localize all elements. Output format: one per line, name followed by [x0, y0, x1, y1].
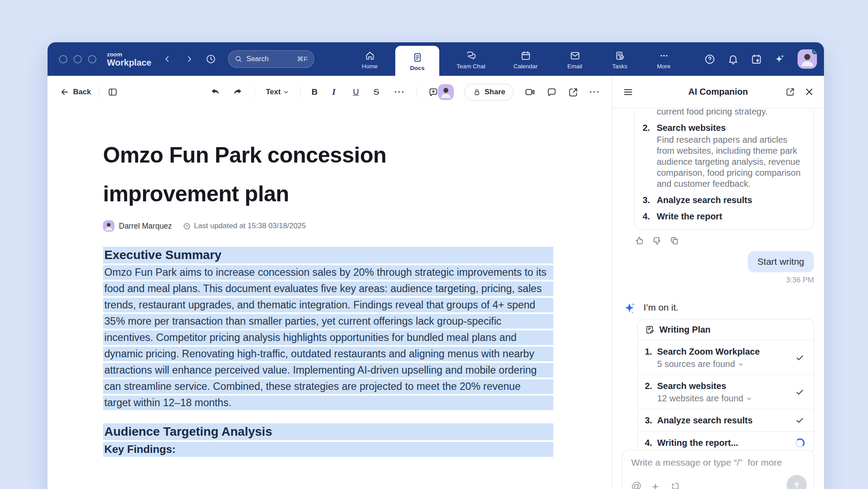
section-heading-audience-targeting: Audience Targeting Analysis: [103, 423, 553, 440]
toolbar-divider: [99, 86, 99, 98]
open-external-icon[interactable]: [568, 87, 579, 98]
tab-docs[interactable]: Docs: [395, 46, 439, 76]
tab-email-label: Email: [567, 63, 582, 70]
clock-icon: [183, 222, 191, 230]
writing-plan-icon: [645, 325, 655, 335]
undo-button[interactable]: [210, 86, 221, 98]
bold-button[interactable]: B: [312, 87, 321, 97]
close-window-button[interactable]: [59, 55, 67, 63]
step-title: Analyze search results: [657, 415, 753, 426]
tab-calendar-label: Calendar: [514, 63, 538, 70]
maximize-window-button[interactable]: [88, 55, 96, 63]
step-sources-toggle[interactable]: 12 websites are found: [657, 393, 752, 404]
user-message-bubble: Start writng: [748, 251, 814, 272]
mention-icon[interactable]: @: [631, 482, 641, 489]
hamburger-menu-icon[interactable]: [623, 87, 633, 97]
notifications-bell-icon[interactable]: [727, 53, 739, 65]
chat-icon[interactable]: [546, 87, 557, 98]
tab-team-chat-label: Team Chat: [456, 63, 485, 70]
check-icon: [793, 415, 807, 425]
step-number: 4.: [643, 211, 657, 222]
text-style-label: Text: [266, 88, 281, 96]
nav-forward-icon[interactable]: [185, 55, 194, 63]
search-shortcut: ⌘F: [297, 55, 308, 63]
popout-icon[interactable]: [785, 87, 795, 97]
help-icon[interactable]: [704, 53, 716, 65]
italic-button[interactable]: I: [332, 87, 342, 97]
ai-sparkle-icon[interactable]: [774, 53, 786, 65]
doc-line: attractions will enhance perceived value…: [103, 363, 553, 378]
strikethrough-button[interactable]: S: [374, 87, 383, 97]
redo-button[interactable]: [232, 86, 243, 98]
ai-conversation[interactable]: current food pricing strategy. 2. Search…: [612, 108, 824, 489]
document-body[interactable]: Omzo Fun Park concession improvement pla…: [48, 108, 612, 489]
chevron-down-icon: [738, 361, 744, 367]
step-sources-toggle[interactable]: 5 sources are found: [657, 359, 760, 369]
check-icon: [793, 387, 807, 397]
feedback-row: [634, 236, 824, 246]
step-sub-label: 5 sources are found: [657, 359, 735, 369]
email-icon: [570, 50, 581, 61]
ai-panel-header: AI Companion: [612, 76, 824, 108]
text-style-dropdown[interactable]: Text: [266, 88, 289, 96]
panel-toggle-icon[interactable]: [107, 87, 118, 97]
add-attachment-icon[interactable]: +: [652, 482, 658, 489]
nav-back-icon[interactable]: [163, 55, 172, 63]
online-status-dot: [812, 49, 817, 54]
search-icon: [235, 55, 243, 63]
doc-line: 35% more per transaction than smaller pa…: [103, 314, 553, 329]
step-title: Search websites: [657, 381, 726, 391]
top-navbar: zoom Workplace Search ⌘F Home Docs Team: [48, 42, 824, 76]
tab-home[interactable]: Home: [351, 42, 388, 76]
check-icon: [793, 353, 807, 363]
calendar-date-icon[interactable]: [750, 53, 762, 65]
thumbs-down-icon[interactable]: [652, 236, 662, 246]
ai-insert-icon[interactable]: [669, 481, 680, 489]
chevron-down-icon: [746, 396, 752, 402]
assistant-message-row: I’m on it.: [623, 300, 824, 315]
writing-plan-title: Writing Plan: [659, 325, 710, 335]
step-number: 2.: [645, 380, 657, 404]
video-icon[interactable]: [524, 86, 536, 98]
close-icon[interactable]: [804, 87, 814, 97]
more-options-button[interactable]: ···: [589, 87, 600, 97]
more-formatting-button[interactable]: ···: [394, 87, 405, 97]
history-icon[interactable]: [205, 53, 217, 65]
add-comment-icon[interactable]: [428, 87, 439, 98]
send-button[interactable]: [787, 475, 807, 489]
logo-line-workplace: Workplace: [107, 58, 151, 67]
app-window: zoom Workplace Search ⌘F Home Docs Team: [48, 42, 824, 489]
step-title: Search websites: [657, 123, 726, 133]
team-chat-icon: [466, 50, 477, 61]
user-avatar[interactable]: [798, 49, 817, 69]
doc-line: incentives. Competitor pricing analysis …: [103, 330, 553, 345]
tab-email[interactable]: Email: [555, 42, 594, 76]
collaborator-avatar[interactable]: [438, 84, 454, 100]
thumbs-up-icon[interactable]: [634, 236, 644, 246]
tab-home-label: Home: [362, 63, 378, 70]
underline-button[interactable]: U: [353, 87, 363, 97]
send-arrow-icon: [791, 480, 802, 489]
message-composer: @ +: [622, 450, 814, 489]
message-input[interactable]: [631, 457, 805, 468]
plan-preview-item: 3. Analyze search results: [643, 194, 805, 206]
more-icon: [658, 50, 669, 61]
step-title: Writing the report...: [657, 437, 738, 448]
highlighted-paragraph: Omzo Fun Park aims to increase concessio…: [103, 265, 553, 410]
document-area: Back Text B I U S: [48, 76, 612, 489]
doc-line: dynamic pricing. Renovating high-traffic…: [103, 347, 553, 361]
copy-icon[interactable]: [669, 236, 680, 246]
step-description: Find research papers and articles from w…: [657, 134, 805, 189]
share-button[interactable]: Share: [464, 84, 514, 100]
plan-step-1: 1. Search Zoom Workplace 5 sources are f…: [638, 341, 814, 375]
tab-team-chat[interactable]: Team Chat: [446, 42, 496, 76]
minimize-window-button[interactable]: [74, 55, 82, 63]
tab-more[interactable]: More: [645, 42, 682, 76]
doc-line: can streamline service. Combined, these …: [103, 379, 553, 394]
doc-line: food and meal plans. This document evalu…: [103, 282, 553, 296]
back-button[interactable]: Back: [60, 87, 91, 97]
tab-calendar[interactable]: Calendar: [503, 42, 548, 76]
assistant-message: I’m on it.: [644, 302, 678, 313]
tab-tasks[interactable]: Tasks: [601, 42, 638, 76]
search-input[interactable]: Search ⌘F: [228, 50, 314, 68]
